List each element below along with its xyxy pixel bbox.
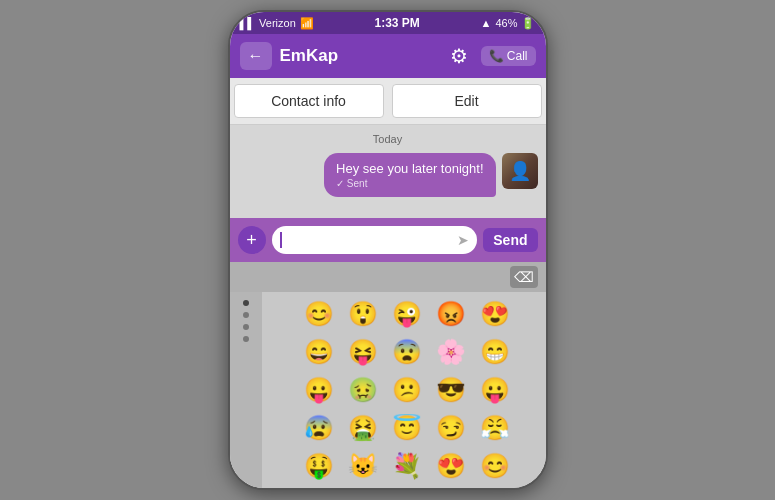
carrier-label: Verizon — [259, 17, 296, 29]
message-input[interactable]: ➤ — [272, 226, 478, 254]
message-row: Hey see you later tonight! ✓ Sent 👤 — [238, 153, 538, 197]
chat-area: Today Hey see you later tonight! ✓ Sent … — [230, 125, 546, 218]
emoji-cell[interactable]: 😇 — [386, 410, 428, 446]
emoji-panel-inner: 😊 😲 😜 😡 😍 😄 😝 😨 🌸 😁 😛 🤢 — [230, 292, 546, 488]
emoji-cell[interactable]: 😄 — [298, 334, 340, 370]
emoji-panel: ⌫ 😊 😲 😜 😡 😍 😄 — [230, 262, 546, 488]
back-button[interactable]: ← — [240, 42, 272, 70]
emoji-row-1: 😊 😲 😜 😡 😍 — [298, 296, 516, 332]
contact-action-bar: Contact info Edit — [230, 78, 546, 125]
time-display: 1:33 PM — [375, 16, 420, 30]
chat-date: Today — [373, 133, 402, 145]
contact-info-button[interactable]: Contact info — [234, 84, 384, 118]
emoji-tab-dot-4[interactable] — [243, 336, 249, 342]
emoji-cell[interactable]: 😊 — [298, 296, 340, 332]
emoji-delete-button[interactable]: ⌫ — [510, 266, 538, 288]
phone-icon: 📞 — [489, 49, 504, 63]
message-status: ✓ Sent — [336, 178, 483, 189]
location-icon: ▲ — [481, 17, 492, 29]
message-text: Hey see you later tonight! — [336, 161, 483, 176]
emoji-panel-header: ⌫ — [230, 262, 546, 292]
emoji-cell[interactable]: 😛 — [474, 372, 516, 408]
emoji-cell[interactable]: 😍 — [474, 296, 516, 332]
settings-button[interactable]: ⚙ — [445, 44, 473, 68]
emoji-cell[interactable]: 😝 — [342, 334, 384, 370]
emoji-cell[interactable]: 😰 — [298, 410, 340, 446]
emoji-tab-dot-1[interactable] — [243, 300, 249, 306]
emoji-cell[interactable]: 🤮 — [342, 410, 384, 446]
emoji-cell[interactable]: 😍 — [430, 448, 472, 484]
emoji-cell[interactable]: 😡 — [430, 296, 472, 332]
emoji-cell[interactable]: 😏 — [430, 410, 472, 446]
emoji-row-4: 😰 🤮 😇 😏 😤 — [298, 410, 516, 446]
emoji-cell[interactable]: 💐 — [386, 448, 428, 484]
emoji-cell[interactable]: 😕 — [386, 372, 428, 408]
emoji-grid: 😊 😲 😜 😡 😍 😄 😝 😨 🌸 😁 😛 🤢 — [262, 292, 520, 488]
emoji-tab-dot-3[interactable] — [243, 324, 249, 330]
gear-icon: ⚙ — [450, 45, 468, 67]
wifi-icon: 📶 — [300, 17, 314, 30]
text-cursor — [280, 232, 282, 248]
emoji-cell[interactable]: 🌸 — [430, 334, 472, 370]
emoji-tabs-sidebar — [230, 292, 262, 488]
contact-name: EmKap — [280, 46, 437, 66]
status-right: ▲ 46% 🔋 — [481, 17, 536, 30]
battery-label: 46% — [495, 17, 517, 29]
emoji-row-3: 😛 🤢 😕 😎 😛 — [298, 372, 516, 408]
emoji-cell[interactable]: 😛 — [298, 372, 340, 408]
emoji-cell[interactable]: 😺 — [342, 448, 384, 484]
avatar: 👤 — [502, 153, 538, 189]
message-bubble-container: Hey see you later tonight! ✓ Sent — [324, 153, 495, 197]
message-bubble: Hey see you later tonight! ✓ Sent — [324, 153, 495, 197]
send-button[interactable]: Send — [483, 228, 537, 252]
emoji-cell[interactable]: 🤢 — [342, 372, 384, 408]
chat-header: ← EmKap ⚙ 📞 Call — [230, 34, 546, 78]
emoji-cell[interactable]: 😲 — [342, 296, 384, 332]
battery-icon: 🔋 — [521, 17, 535, 30]
emoji-cell[interactable]: 😊 — [474, 448, 516, 484]
input-area: + ➤ Send — [230, 218, 546, 262]
add-button[interactable]: + — [238, 226, 266, 254]
call-button[interactable]: 📞 Call — [481, 46, 536, 66]
status-left: ▌▌ Verizon 📶 — [240, 17, 314, 30]
emoji-cell[interactable]: 😨 — [386, 334, 428, 370]
emoji-cell[interactable]: 😤 — [474, 410, 516, 446]
emoji-cell[interactable]: 😎 — [430, 372, 472, 408]
emoji-row-2: 😄 😝 😨 🌸 😁 — [298, 334, 516, 370]
emoji-cell[interactable]: 🤑 — [298, 448, 340, 484]
signal-icon: ▌▌ — [240, 17, 256, 29]
edit-button[interactable]: Edit — [392, 84, 542, 118]
delete-icon: ⌫ — [514, 269, 534, 285]
emoji-cell[interactable]: 😁 — [474, 334, 516, 370]
plus-icon: + — [246, 230, 257, 251]
back-arrow-icon: ← — [248, 47, 264, 65]
phone-frame: ▌▌ Verizon 📶 1:33 PM ▲ 46% 🔋 ← EmKap ⚙ 📞… — [228, 10, 548, 490]
send-arrow-icon: ➤ — [457, 232, 469, 248]
emoji-row-5: 🤑 😺 💐 😍 😊 — [298, 448, 516, 484]
emoji-cell[interactable]: 😜 — [386, 296, 428, 332]
avatar-image: 👤 — [502, 153, 538, 189]
status-bar: ▌▌ Verizon 📶 1:33 PM ▲ 46% 🔋 — [230, 12, 546, 34]
call-label: Call — [507, 49, 528, 63]
emoji-tab-dot-2[interactable] — [243, 312, 249, 318]
